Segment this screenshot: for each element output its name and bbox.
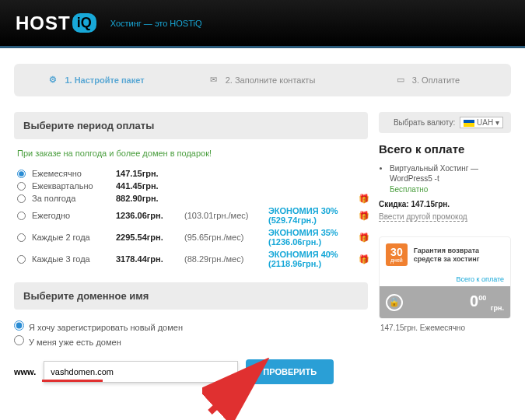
period-label: Ежеквартально	[32, 181, 110, 191]
step-icon: ✉	[210, 75, 221, 86]
check-button[interactable]: ПРОВЕРИТЬ	[246, 359, 334, 384]
promo-text: При заказе на полгода и более домен в по…	[14, 149, 368, 158]
logo[interactable]: HOST iQ	[16, 12, 96, 34]
period-radio[interactable]	[17, 212, 26, 220]
steps-bar: ⚙1. Настройте пакет✉2. Заполните контакт…	[14, 64, 511, 96]
www-prefix: www.	[14, 367, 36, 376]
period-row[interactable]: Ежегодно1236.06грн.(103.01грн./мес)ЭКОНО…	[17, 205, 368, 226]
period-row[interactable]: Ежемесячно147.15грн.	[17, 167, 368, 180]
step-2[interactable]: ✉2. Заполните контакты	[180, 64, 345, 96]
guarantee-days-badge: 30дней	[386, 243, 408, 266]
app-header: HOST iQ Хостинг — это HOSTiQ	[0, 0, 525, 48]
input-highlight	[42, 380, 103, 382]
period-month: (95.65грн./мес)	[184, 233, 262, 242]
discount-line: Скидка: 147.15грн.	[379, 200, 511, 208]
domain-option[interactable]: У меня уже есть домен	[14, 334, 368, 348]
final-line: 147.15грн. Ежемесячно	[379, 319, 511, 337]
period-month: (88.29грн./мес)	[184, 254, 262, 264]
period-price: 2295.54грн.	[116, 233, 178, 242]
period-price: 3178.44грн.	[116, 254, 178, 264]
period-radio[interactable]	[17, 255, 26, 264]
tagline: Хостинг — это HOSTiQ	[110, 19, 202, 28]
period-price: 441.45грн.	[116, 181, 178, 191]
domain-radio[interactable]	[14, 320, 24, 331]
gift-icon: 🎁	[359, 194, 368, 203]
step-icon: ⚙	[49, 75, 60, 86]
period-month: (103.01грн./мес)	[184, 211, 262, 220]
gift-icon: 🎁	[359, 254, 368, 264]
period-label: Ежемесячно	[32, 169, 110, 178]
period-radio[interactable]	[17, 233, 26, 242]
period-row[interactable]: Каждые 2 года2295.54грн.(95.65грн./мес)Э…	[17, 226, 368, 248]
period-label: Ежегодно	[32, 211, 110, 220]
guarantee-text: Гарантия возврата средств за хостинг	[414, 247, 504, 264]
period-price: 882.90грн.	[116, 194, 178, 203]
logo-text: HOST	[16, 12, 71, 34]
period-label: Каждые 3 года	[32, 254, 110, 264]
period-radio[interactable]	[17, 194, 26, 203]
period-economy: ЭКОНОМИЯ 35% (1236.06грн.)	[268, 228, 352, 247]
period-economy: ЭКОНОМИЯ 40% (2118.96грн.)	[268, 250, 352, 268]
period-radio[interactable]	[17, 182, 26, 191]
period-price: 147.15грн.	[116, 169, 178, 178]
currency-select[interactable]: UAH ▾	[460, 117, 503, 128]
period-label: За полгода	[32, 194, 110, 203]
currency-box: Выбрать валюту: UAH ▾	[379, 112, 511, 133]
guarantee-box: 30дней Гарантия возврата средств за хост…	[379, 236, 511, 319]
period-radio[interactable]	[17, 170, 26, 178]
period-row[interactable]: Ежеквартально441.45грн.	[17, 180, 368, 192]
gift-icon: 🎁	[359, 233, 368, 242]
period-row[interactable]: Каждые 3 года3178.44грн.(88.29грн./мес)Э…	[17, 248, 368, 270]
cart-item-free: Бесплатно	[390, 185, 511, 194]
flag-icon	[464, 120, 474, 127]
period-heading: Выберите период оплаты	[14, 112, 368, 139]
currency-label: Выбрать валюту:	[394, 118, 455, 127]
cart-item: Виртуальный Хостинг — WordPress5 -t	[390, 163, 511, 184]
promo-code-link[interactable]: Ввести другой промокод	[379, 212, 467, 222]
logo-badge: iQ	[72, 13, 96, 33]
step-3[interactable]: ▭3. Оплатите	[345, 64, 511, 96]
period-economy: ЭКОНОМИЯ 30% (529.74грн.)	[268, 206, 352, 225]
guarantee-link[interactable]: Всего к оплате	[380, 272, 510, 286]
period-row[interactable]: За полгода882.90грн.🎁	[17, 192, 368, 205]
domain-heading: Выберите доменное имя	[14, 282, 368, 310]
step-icon: ▭	[397, 75, 408, 86]
gift-icon: 🎁	[359, 211, 368, 220]
period-price: 1236.06грн.	[116, 211, 178, 220]
total-heading: Всего к оплате	[379, 142, 511, 156]
step-1[interactable]: ⚙1. Настройте пакет	[14, 64, 180, 96]
domain-option[interactable]: Я хочу зарегистрировать новый домен	[14, 319, 368, 334]
period-table: Ежемесячно147.15грн.Ежеквартально441.45г…	[14, 167, 368, 270]
period-label: Каждые 2 года	[32, 233, 110, 242]
lock-icon: 🔒	[386, 294, 403, 311]
total-amount: 000 грн.	[470, 292, 504, 312]
domain-radio[interactable]	[14, 335, 24, 345]
